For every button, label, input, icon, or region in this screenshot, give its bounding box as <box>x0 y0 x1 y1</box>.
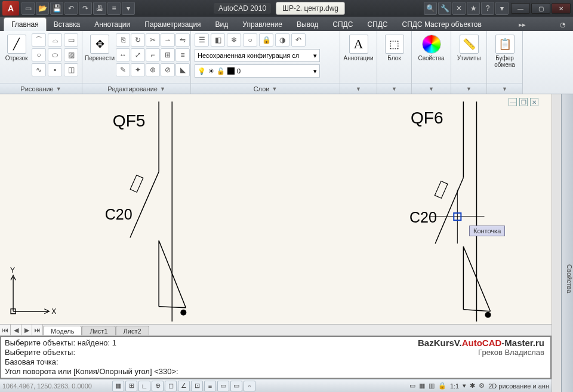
tab-parametric[interactable]: Параметризация <box>137 18 208 31</box>
anno-scale-icon[interactable]: 🔒 <box>438 382 446 390</box>
spline-icon[interactable]: ∿ <box>32 63 46 76</box>
rect-icon[interactable]: ▭ <box>64 33 78 47</box>
sheet-first-icon[interactable]: ⏮ <box>0 325 11 335</box>
hatch-icon[interactable]: ▨ <box>64 48 78 61</box>
explode-icon[interactable]: ✦ <box>131 63 145 76</box>
fillet-icon[interactable]: ⌐ <box>146 48 160 61</box>
polyline-icon[interactable]: ⌒ <box>32 33 46 47</box>
tab-spds1[interactable]: СПДС <box>325 18 360 31</box>
minimize-button[interactable]: — <box>511 3 530 14</box>
panel-edit-title[interactable]: Редактирование▼ <box>82 83 190 94</box>
vertical-scrollbar[interactable] <box>552 94 561 392</box>
workspace-switch-icon[interactable]: ⚙ <box>479 382 485 390</box>
layer-prev-icon[interactable]: ↶ <box>291 33 306 47</box>
join-icon[interactable]: ⊕ <box>146 63 160 76</box>
vp-close-icon[interactable]: ✕ <box>530 98 538 106</box>
redo-icon[interactable]: ↷ <box>79 2 92 15</box>
tabs-overflow-icon[interactable]: ▸▸ <box>515 18 529 31</box>
tab-manage[interactable]: Управление <box>235 18 289 31</box>
layer-prop-icon[interactable]: ☰ <box>195 33 209 47</box>
tab-sheet1[interactable]: Лист1 <box>82 326 115 335</box>
layer-iso-icon[interactable]: ◧ <box>211 33 225 47</box>
layer-current-combo[interactable]: 💡 ☀ 🔓 0 ▾ <box>195 64 320 78</box>
quickview-icon[interactable]: ▦ <box>419 382 425 390</box>
favorite-icon[interactable]: ★ <box>467 2 480 15</box>
clipboard-button[interactable]: 📋 Буфер обмена <box>491 33 519 69</box>
qat-dropdown-icon[interactable]: ▾ <box>122 2 135 15</box>
quickview-layouts-icon[interactable]: ▥ <box>429 382 435 390</box>
stretch-icon[interactable]: ↔ <box>116 48 130 61</box>
drawing-canvas[interactable]: QF5 C20 QF6 <box>0 94 552 324</box>
tab-insert[interactable]: Вставка <box>47 18 88 31</box>
otrack-toggle[interactable]: ∠ <box>178 381 190 391</box>
offset-icon[interactable]: ≡ <box>175 48 190 61</box>
tab-model[interactable]: Модель <box>43 326 82 335</box>
scale-label[interactable]: 1:1 <box>450 382 459 390</box>
ribbon-minimize-icon[interactable]: ◔ <box>556 18 569 31</box>
undo-icon[interactable]: ↶ <box>64 2 78 15</box>
tab-sheet2[interactable]: Лист2 <box>116 326 149 335</box>
qp-toggle[interactable]: ▭ <box>217 381 229 391</box>
dyn-toggle[interactable]: ⊡ <box>191 381 203 391</box>
help-dropdown-icon[interactable]: ▾ <box>495 2 509 15</box>
close-button[interactable]: ✕ <box>552 3 571 14</box>
snap-toggle[interactable]: ▦ <box>112 381 124 391</box>
model-toggle[interactable]: ▭ <box>230 381 242 391</box>
panel-anno-title[interactable]: ▼ <box>340 83 377 94</box>
tab-spds2[interactable]: СПДС <box>360 18 395 31</box>
break-icon[interactable]: ⊘ <box>161 63 175 76</box>
panel-layers-title[interactable]: Слои▼ <box>191 83 340 94</box>
sheet-prev-icon[interactable]: ◀ <box>11 325 21 335</box>
panel-props-title[interactable]: ▼ <box>412 83 451 94</box>
array-icon[interactable]: ⊞ <box>161 48 175 61</box>
tab-output[interactable]: Вывод <box>289 18 325 31</box>
app-logo[interactable]: A <box>2 1 19 16</box>
help-icon[interactable]: ? <box>481 2 494 15</box>
tab-view[interactable]: Вид <box>208 18 236 31</box>
layer-off-icon[interactable]: ○ <box>243 33 257 47</box>
chevron-down-icon[interactable]: ▾ <box>463 382 466 390</box>
erase-icon[interactable]: ✎ <box>116 63 130 76</box>
scale-icon[interactable]: ⤢ <box>131 48 145 61</box>
print-icon[interactable]: 🖶 <box>93 2 106 15</box>
panel-util-title[interactable]: ▼ <box>451 83 486 94</box>
properties-button[interactable]: Свойства <box>418 33 445 63</box>
paper-model-icon[interactable]: ▭ <box>409 382 415 390</box>
region-icon[interactable]: ◫ <box>64 63 78 76</box>
tab-spds-master[interactable]: СПДС Мастер объектов <box>395 18 488 31</box>
block-button[interactable]: ⬚ Блок <box>381 33 408 63</box>
trim-icon[interactable]: ✂ <box>146 33 160 47</box>
key-icon[interactable]: 🔧 <box>438 2 451 15</box>
layer-state-combo[interactable]: Несохраненная конфигурация сл▾ <box>195 49 320 62</box>
sheet-last-icon[interactable]: ⏭ <box>32 325 43 335</box>
lwt-toggle[interactable]: ≡ <box>204 381 216 391</box>
command-window[interactable]: Выберите объекты: найдено: 1 Выберите об… <box>0 336 552 379</box>
properties-palette-tab[interactable]: Свойства <box>561 94 573 392</box>
save-icon[interactable]: 💾 <box>50 2 63 15</box>
copy-icon[interactable]: ⎘ <box>116 33 130 47</box>
panel-clip-title[interactable]: ▼ <box>487 83 522 94</box>
exchange-icon[interactable]: ✕ <box>452 2 466 15</box>
extra-toggle[interactable]: ▫ <box>244 381 255 391</box>
vp-restore-icon[interactable]: ❐ <box>519 98 528 106</box>
panel-block-title[interactable]: ▼ <box>377 83 411 94</box>
osnap-toggle[interactable]: ◻ <box>165 381 177 391</box>
tab-annotate[interactable]: Аннотации <box>87 18 137 31</box>
panel-draw-title[interactable]: Рисование▼ <box>0 83 82 94</box>
ellipse-icon[interactable]: ⬭ <box>48 48 62 61</box>
workspace-label[interactable]: 2D рисование и анн <box>488 382 549 390</box>
sheet-next-icon[interactable]: ▶ <box>21 325 32 335</box>
ortho-toggle[interactable]: ∟ <box>138 381 150 391</box>
anno-vis-icon[interactable]: ✱ <box>470 382 475 390</box>
open-icon[interactable]: 📂 <box>36 2 49 15</box>
qat-extra-icon[interactable]: ≡ <box>107 2 121 15</box>
line-button[interactable]: ╱ Отрезок <box>4 33 29 63</box>
annotation-button[interactable]: A Аннотации <box>345 33 372 63</box>
grid-toggle[interactable]: ⊞ <box>125 381 137 391</box>
layer-match-icon[interactable]: ◑ <box>275 33 289 47</box>
point-icon[interactable]: ▪ <box>48 63 62 76</box>
layer-freeze-icon[interactable]: ❄ <box>227 33 241 47</box>
chamfer-icon[interactable]: ◣ <box>175 63 190 76</box>
new-icon[interactable]: ▭ <box>21 2 35 15</box>
vp-minimize-icon[interactable]: — <box>509 98 517 106</box>
